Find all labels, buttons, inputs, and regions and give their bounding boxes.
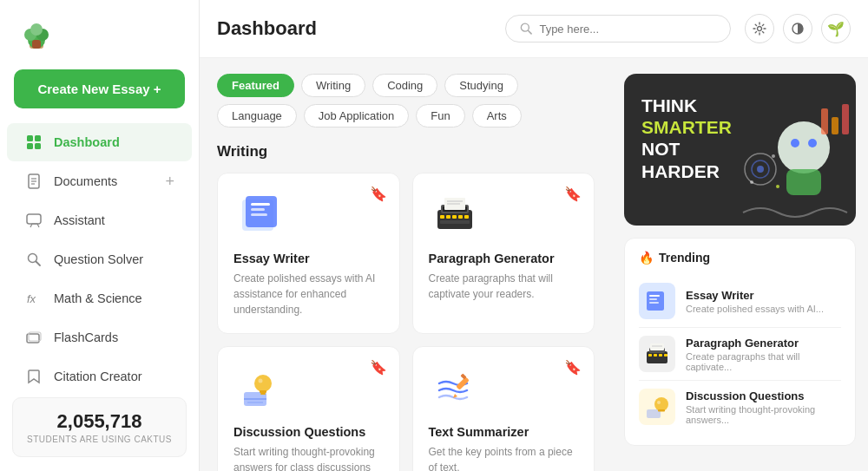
bookmark-paragraph-generator[interactable]: 🔖	[564, 186, 582, 202]
chip-featured[interactable]: Featured	[217, 74, 294, 97]
chip-writing[interactable]: Writing	[301, 74, 365, 97]
svg-rect-9	[35, 143, 41, 149]
svg-line-21	[528, 30, 531, 34]
page-title: Dashboard	[217, 17, 491, 40]
discussion-questions-icon-area	[233, 363, 286, 415]
sidebar-item-flashcards[interactable]: FlashCards	[7, 318, 192, 357]
svg-point-22	[758, 27, 762, 31]
svg-rect-71	[659, 354, 662, 357]
banner-line3: NOT	[641, 138, 732, 160]
svg-line-16	[36, 262, 41, 266]
essay-writer-icon	[235, 191, 284, 239]
trending-desc-discussion: Start writing thought-provoking answers.…	[686, 404, 841, 425]
sidebar-item-label: Math & Science	[54, 291, 174, 305]
fx-icon: fx	[24, 289, 43, 308]
grid-icon	[24, 133, 43, 152]
plant-button[interactable]: 🌱	[821, 14, 851, 43]
paragraph-generator-icon	[431, 191, 479, 239]
section-title-writing: Writing	[217, 143, 595, 160]
add-document-icon[interactable]: +	[165, 173, 174, 191]
svg-rect-63	[647, 291, 664, 311]
svg-rect-45	[260, 393, 266, 395]
svg-point-59	[757, 166, 764, 173]
svg-rect-37	[440, 220, 470, 224]
stats-label: STUDENTS ARE USING CAKTUS	[27, 435, 172, 444]
svg-rect-54	[821, 108, 828, 134]
left-content: Featured Writing Coding Studying Languag…	[200, 58, 612, 471]
svg-rect-67	[647, 351, 667, 363]
sidebar-item-citation-creator[interactable]: Citation Creator	[7, 357, 192, 387]
sidebar-item-question-solver[interactable]: Question Solver	[7, 240, 192, 278]
chip-language[interactable]: Language	[217, 104, 297, 128]
bookmark-essay-writer[interactable]: 🔖	[370, 186, 387, 202]
sidebar-item-label: Dashboard	[54, 135, 174, 149]
svg-rect-73	[650, 343, 664, 350]
svg-point-52	[808, 139, 817, 147]
svg-rect-32	[440, 215, 444, 219]
paragraph-generator-desc: Create paragraphs that will captivate yo…	[429, 271, 579, 302]
right-panel: THINK SMARTER NOT HARDER	[612, 58, 868, 471]
search-input[interactable]	[539, 23, 716, 36]
trending-discussion-icon	[644, 394, 670, 420]
banner-decoration	[734, 74, 856, 226]
chip-studying[interactable]: Studying	[444, 74, 518, 97]
trending-info-paragraph: Paragraph Generator Create paragraphs th…	[686, 337, 841, 372]
sidebar-item-documents[interactable]: Documents +	[7, 162, 192, 200]
svg-rect-34	[452, 215, 457, 219]
create-essay-button[interactable]: Create New Essay +	[14, 69, 185, 108]
svg-rect-65	[649, 298, 657, 300]
svg-point-76	[654, 397, 668, 411]
sidebar-item-dashboard[interactable]: Dashboard	[7, 123, 192, 161]
svg-rect-28	[251, 213, 267, 216]
trending-item-discussion-questions[interactable]: Discussion Questions Start writing thoug…	[639, 381, 841, 433]
search-bar[interactable]	[505, 15, 731, 43]
essay-writer-name: Essay Writer	[233, 252, 384, 265]
banner-line4: HARDER	[641, 160, 732, 182]
essay-writer-icon-area	[233, 189, 286, 241]
svg-rect-64	[649, 295, 660, 297]
tool-card-paragraph-generator[interactable]: 🔖	[412, 173, 595, 334]
contrast-icon	[791, 22, 805, 36]
sidebar-item-math-science[interactable]: fx Math & Science	[7, 279, 192, 317]
svg-rect-6	[27, 135, 33, 141]
bookmark-discussion-questions[interactable]: 🔖	[370, 359, 387, 376]
svg-point-78	[657, 401, 661, 404]
tool-card-text-summarizer[interactable]: 🔖 Text Summarizer	[412, 346, 595, 471]
contrast-button[interactable]	[783, 14, 812, 43]
svg-rect-5	[32, 40, 41, 49]
tools-grid: 🔖 Essay Writer Create polished essays wi…	[217, 173, 595, 471]
svg-rect-69	[648, 354, 652, 357]
trending-item-essay-writer[interactable]: Essay Writer Create polished essays with…	[639, 275, 841, 328]
svg-rect-77	[658, 409, 665, 412]
settings-button[interactable]	[745, 14, 774, 43]
svg-point-46	[259, 379, 263, 383]
filter-chips: Featured Writing Coding Studying Languag…	[217, 74, 595, 128]
fire-icon: 🔥	[639, 251, 654, 265]
discussion-questions-icon	[235, 364, 284, 413]
chip-fun[interactable]: Fun	[416, 104, 464, 128]
svg-point-62	[776, 185, 779, 188]
chip-coding[interactable]: Coding	[372, 74, 437, 97]
text-summarizer-icon	[431, 364, 479, 413]
svg-rect-56	[842, 104, 849, 134]
banner: THINK SMARTER NOT HARDER	[624, 74, 856, 226]
sidebar-item-assistant[interactable]: Assistant	[7, 201, 192, 239]
trending-item-paragraph-generator[interactable]: Paragraph Generator Create paragraphs th…	[639, 328, 841, 381]
sidebar-nav: Dashboard Documents +	[0, 122, 199, 387]
bookmark-text-summarizer[interactable]: 🔖	[564, 359, 582, 376]
svg-rect-7	[35, 135, 41, 141]
tool-card-discussion-questions[interactable]: 🔖	[217, 346, 400, 471]
trending-desc-paragraph: Create paragraphs that will captivate...	[686, 351, 841, 372]
logo-area	[0, 0, 199, 62]
trending-name-essay: Essay Writer	[686, 289, 824, 302]
stats-number: 2,055,718	[27, 410, 172, 433]
sidebar-item-label: Documents	[54, 174, 155, 188]
chip-arts[interactable]: Arts	[472, 104, 522, 128]
svg-rect-33	[446, 215, 450, 219]
chip-job-application[interactable]: Job Application	[304, 104, 409, 128]
bookmark-icon	[24, 367, 43, 386]
sidebar-item-label: Assistant	[54, 213, 174, 227]
tool-card-essay-writer[interactable]: 🔖 Essay Writer Create polished essays wi…	[217, 173, 400, 334]
sidebar: Create New Essay + Dashboard	[0, 0, 200, 471]
file-icon	[24, 172, 43, 191]
